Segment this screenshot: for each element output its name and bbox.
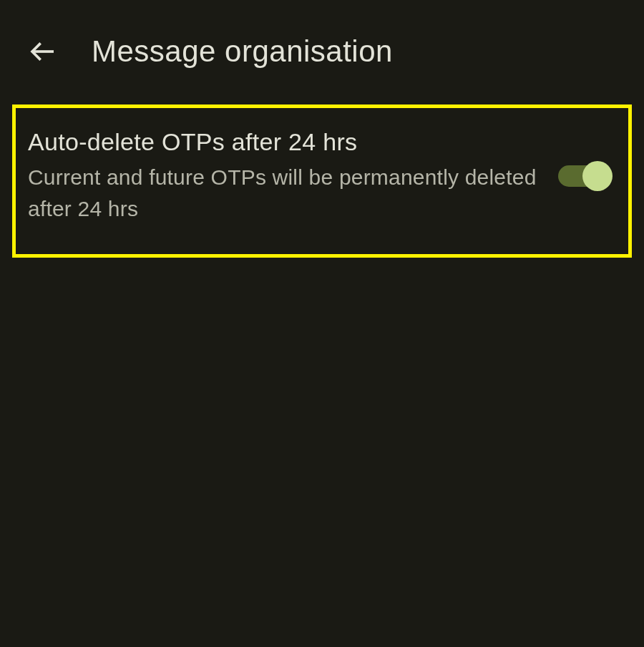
- back-button[interactable]: [29, 37, 57, 66]
- back-arrow-icon: [29, 37, 57, 66]
- toggle-auto-delete-otp[interactable]: [558, 165, 610, 188]
- setting-title: Auto-delete OTPs after 24 hrs: [28, 128, 544, 156]
- page-title: Message organisation: [92, 34, 393, 69]
- setting-text: Auto-delete OTPs after 24 hrs Current an…: [28, 128, 558, 224]
- toggle-thumb: [582, 161, 613, 191]
- setting-auto-delete-otp[interactable]: Auto-delete OTPs after 24 hrs Current an…: [12, 104, 632, 258]
- header: Message organisation: [0, 0, 644, 97]
- setting-description: Current and future OTPs will be permanen…: [28, 162, 544, 224]
